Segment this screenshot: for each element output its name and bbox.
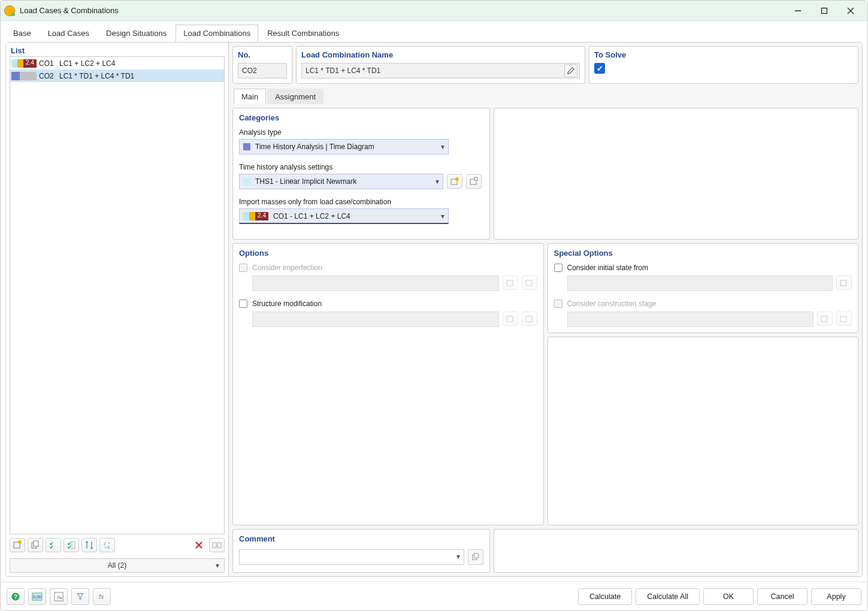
- consider-imperfection-row: Consider imperfection: [239, 264, 537, 272]
- delete-button[interactable]: [191, 538, 207, 552]
- close-button[interactable]: [837, 2, 864, 19]
- check-all-button[interactable]: [63, 538, 79, 552]
- list-item[interactable]: 2.4 CO1 LC1 + LC2 + LC4: [10, 57, 224, 69]
- svg-rect-25: [474, 553, 478, 558]
- structure-modification-row: Structure modification: [239, 300, 537, 308]
- detail-subtabs: Main Assignment: [234, 89, 858, 104]
- subtab-main[interactable]: Main: [234, 89, 266, 104]
- comment-library-button[interactable]: [468, 549, 483, 565]
- svg-rect-17: [507, 280, 513, 286]
- row-text: LC1 + LC2 + LC4: [59, 59, 115, 68]
- list-toolbar: 26: [6, 534, 228, 556]
- construction-stage-checkbox: [554, 300, 562, 308]
- dialog-footer: ? 0,00 Aa fx Calculate Calculate All OK …: [1, 582, 867, 610]
- no-label: No.: [238, 50, 287, 59]
- svg-rect-23: [840, 316, 846, 322]
- to-solve-checkbox[interactable]: ✔: [594, 63, 605, 74]
- svg-rect-12: [217, 543, 221, 548]
- calculate-all-button[interactable]: Calculate All: [636, 588, 700, 605]
- titlebar: Load Cases & Combinations: [1, 1, 867, 21]
- factor-badge: 2.4: [23, 59, 37, 68]
- row-code: CO1: [39, 59, 57, 68]
- svg-point-14: [455, 177, 459, 181]
- svg-rect-18: [526, 280, 532, 286]
- filter-icon-button[interactable]: [71, 588, 89, 605]
- svg-rect-7: [34, 541, 38, 546]
- main-tabs: Base Load Cases Design Situations Load C…: [1, 21, 867, 42]
- name-label: Load Combination Name: [301, 50, 580, 59]
- tab-base[interactable]: Base: [5, 25, 39, 42]
- categories-panel: Categories Analysis type Time History An…: [232, 108, 490, 240]
- help-button[interactable]: ?: [7, 588, 25, 605]
- empty-panel-mid: [548, 337, 859, 525]
- cancel-button[interactable]: Cancel: [757, 588, 807, 605]
- comment-title: Comment: [239, 534, 483, 543]
- swatch-icon: [243, 143, 250, 150]
- list-filter-select[interactable]: All (2): [10, 558, 225, 573]
- comment-select[interactable]: [239, 549, 464, 565]
- name-input[interactable]: LC1 * TD1 + LC4 * TD1: [301, 63, 580, 78]
- structure-modification-checkbox[interactable]: [239, 300, 247, 308]
- analysis-type-select[interactable]: Time History Analysis | Time Diagram: [239, 139, 449, 155]
- apply-button[interactable]: Apply: [811, 588, 861, 605]
- check-selected-button[interactable]: [46, 538, 61, 552]
- options-panel: Options Consider imperfection St: [232, 243, 544, 525]
- empty-panel-bottom: [494, 529, 858, 573]
- analysis-type-label: Analysis type: [239, 128, 483, 137]
- empty-panel-top: [494, 108, 858, 240]
- options-title: Options: [239, 249, 537, 258]
- app-icon: [4, 5, 15, 16]
- edit-initial-state-button: [836, 276, 852, 290]
- svg-rect-8: [72, 542, 75, 549]
- svg-rect-21: [840, 280, 846, 286]
- consider-imperfection-checkbox: [239, 264, 247, 272]
- window-title: Load Cases & Combinations: [20, 6, 119, 15]
- comment-panel: Comment: [232, 529, 490, 573]
- edit-name-button[interactable]: [564, 64, 577, 77]
- combination-list[interactable]: 2.4 CO1 LC1 + LC2 + LC4 CO2 LC1 * TD1 + …: [10, 56, 225, 534]
- solve-label: To Solve: [594, 50, 853, 59]
- edit-imperfection-button: [522, 276, 537, 290]
- units-button[interactable]: 0,00: [28, 588, 46, 605]
- copy-item-button[interactable]: [28, 538, 43, 552]
- tab-load-cases[interactable]: Load Cases: [40, 25, 97, 42]
- tab-result-combinations[interactable]: Result Combinations: [259, 25, 347, 42]
- initial-state-checkbox[interactable]: [554, 264, 562, 272]
- tab-design-situations[interactable]: Design Situations: [98, 25, 174, 42]
- tab-load-combinations[interactable]: Load Combinations: [176, 25, 258, 42]
- special-options-panel: Special Options Consider initial state f…: [548, 243, 859, 333]
- import-label: Import masses only from load case/combin…: [239, 198, 483, 206]
- analysis-settings-select[interactable]: THS1 - Linear Implicit Newmark: [239, 174, 443, 189]
- solve-card: To Solve ✔: [589, 46, 858, 84]
- font-button[interactable]: Aa: [50, 588, 68, 605]
- new-imperfection-button: [503, 276, 518, 290]
- minimize-button[interactable]: [785, 2, 811, 19]
- no-input[interactable]: CO2: [238, 63, 287, 78]
- calculate-button[interactable]: Calculate: [578, 588, 632, 605]
- special-title: Special Options: [554, 249, 852, 258]
- svg-rect-19: [507, 316, 513, 322]
- factor-badge: 2.4: [255, 212, 268, 220]
- sort-button[interactable]: [81, 538, 97, 552]
- imperfection-select: [252, 276, 499, 291]
- renumber-button[interactable]: 26: [99, 538, 115, 552]
- svg-point-5: [18, 540, 22, 544]
- initial-state-row: Consider initial state from: [554, 264, 852, 272]
- formula-button[interactable]: fx: [93, 588, 111, 605]
- edit-settings-button[interactable]: [466, 174, 482, 189]
- svg-text:6: 6: [107, 545, 110, 549]
- ok-button[interactable]: OK: [703, 588, 754, 605]
- new-item-button[interactable]: [10, 538, 25, 552]
- no-card: No. CO2: [232, 46, 292, 84]
- svg-rect-1: [822, 8, 827, 13]
- new-settings-button[interactable]: [447, 174, 462, 189]
- categories-title: Categories: [239, 113, 483, 122]
- construction-stage-row: Consider construction stage: [554, 300, 852, 308]
- subtab-assignment[interactable]: Assignment: [267, 89, 323, 104]
- import-masses-select[interactable]: 2.4 CO1 - LC1 + LC2 + LC4: [239, 208, 449, 224]
- row-code: CO2: [39, 72, 57, 80]
- maximize-button[interactable]: [811, 2, 837, 19]
- details-toggle-button[interactable]: [209, 538, 225, 552]
- svg-text:fx: fx: [99, 593, 104, 600]
- list-item[interactable]: CO2 LC1 * TD1 + LC4 * TD1: [10, 69, 224, 82]
